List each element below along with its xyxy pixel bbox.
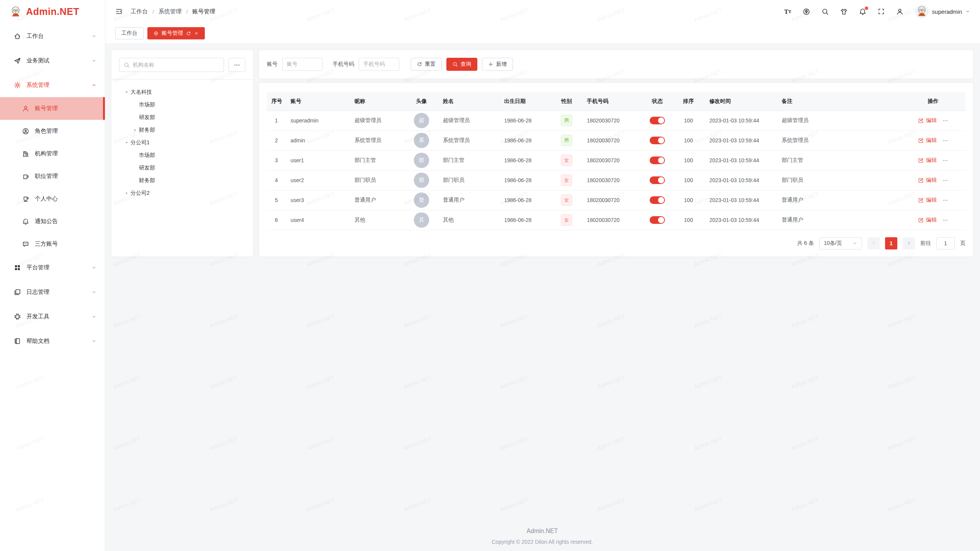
caret-right-icon[interactable] — [123, 191, 131, 196]
scrollbar-gutter-cell — [959, 210, 965, 230]
search-field-input-account[interactable]: 账号 — [282, 58, 323, 71]
status-toggle[interactable] — [650, 176, 665, 184]
notification-icon[interactable] — [859, 8, 866, 15]
chevron-down-icon — [91, 290, 96, 295]
caret-right-icon — [133, 128, 137, 132]
tree-node[interactable]: 财务部 — [119, 124, 245, 136]
table-row: 1superadmin超级管理员超超级管理员1986-06-28男1802003… — [267, 111, 965, 130]
tree-more-button[interactable] — [229, 58, 245, 72]
edit-button[interactable]: 编辑 — [918, 137, 937, 144]
send-icon — [14, 57, 21, 64]
sidebar-item-third-account[interactable]: 三方账号 — [0, 233, 105, 255]
sidebar-item-system[interactable]: 系统管理 — [0, 73, 105, 97]
api-user-icon[interactable] — [896, 8, 903, 15]
breadcrumb-item[interactable]: 账号管理 — [192, 8, 215, 15]
add-button[interactable]: 新增 — [482, 58, 513, 71]
search-icon[interactable] — [822, 8, 829, 15]
home-icon — [14, 33, 21, 40]
table-panel: 序号账号昵称头像姓名出生日期性别手机号码状态排序修改时间备注操作 1supera… — [259, 83, 973, 256]
chevron-down-icon — [91, 34, 96, 39]
org-search-input[interactable]: 机构名称 — [119, 58, 224, 72]
chevron-up-icon — [91, 83, 96, 88]
edit-icon — [918, 158, 924, 163]
sidebar-item-devtools[interactable]: 开发工具 — [0, 304, 105, 329]
edit-button[interactable]: 编辑 — [918, 117, 937, 124]
tree-node[interactable]: 市场部 — [119, 98, 245, 111]
remark-cell: 普通用户 — [777, 190, 907, 210]
more-actions-button[interactable] — [942, 138, 948, 143]
more-actions-button[interactable] — [942, 217, 948, 223]
chevron-down-icon — [853, 241, 858, 246]
tab-refresh-icon[interactable] — [186, 31, 191, 36]
breadcrumb-item[interactable]: 系统管理 — [158, 8, 181, 15]
status-toggle[interactable] — [650, 216, 665, 224]
caret-down-icon[interactable] — [123, 90, 131, 95]
caret-right-icon[interactable] — [131, 128, 139, 132]
time-cell: 2023-01-03 10:59:44 — [705, 111, 777, 130]
sidebar-item-position[interactable]: 职位管理 — [0, 165, 105, 187]
sidebar-item-account[interactable]: 账号管理 — [0, 97, 105, 120]
status-toggle[interactable] — [650, 196, 665, 204]
font-size-icon[interactable]: Tт — [784, 8, 791, 15]
edit-button[interactable]: 编辑 — [918, 217, 937, 223]
avatar: 超 — [414, 113, 429, 128]
tab-账号管理[interactable]: 账号管理 — [147, 27, 205, 39]
current-page-button[interactable]: 1 — [885, 237, 897, 249]
tree-node[interactable]: 研发部 — [119, 161, 245, 174]
goto-page-input[interactable]: 1 — [936, 237, 955, 249]
breadcrumb-item[interactable]: 工作台 — [131, 8, 148, 15]
edit-button[interactable]: 编辑 — [918, 157, 937, 164]
more-actions-button[interactable] — [942, 158, 948, 163]
chevron-down-icon — [91, 265, 96, 270]
tree-node[interactable]: 财务部 — [119, 174, 245, 187]
status-toggle[interactable] — [650, 117, 665, 124]
tree-node[interactable]: 研发部 — [119, 111, 245, 124]
prev-page-button[interactable] — [867, 237, 880, 249]
more-actions-button[interactable] — [942, 118, 948, 124]
query-button[interactable]: 查询 — [446, 58, 477, 71]
sidebar-item-profile[interactable]: 个人中心 — [0, 187, 105, 210]
tree-node[interactable]: 大名科技 — [119, 86, 245, 98]
user-menu[interactable]: superadmin — [915, 5, 970, 18]
fullscreen-icon[interactable] — [878, 8, 885, 15]
sidebar-item-org[interactable]: 机构管理 — [0, 142, 105, 165]
cards-row: 机构名称 大名科技市场部研发部财务部分公司1市场部研发部财务部分公司2 账号账号… — [111, 50, 973, 256]
chevron-down-icon — [91, 58, 96, 63]
position-icon — [22, 173, 29, 180]
theme-icon[interactable] — [840, 8, 848, 15]
status-toggle[interactable] — [650, 137, 665, 144]
language-icon[interactable] — [803, 8, 810, 15]
more-actions-button[interactable] — [942, 197, 948, 203]
org-icon — [22, 150, 29, 157]
edit-button[interactable]: 编辑 — [918, 177, 937, 184]
next-page-button[interactable] — [903, 237, 915, 249]
tab-工作台[interactable]: 工作台 — [115, 27, 144, 39]
sidebar-item-label: 开发工具 — [26, 313, 49, 320]
edit-label: 编辑 — [926, 157, 937, 164]
sidebar-item-docs[interactable]: 帮助文档 — [0, 329, 105, 353]
sort-cell: 100 — [672, 210, 705, 230]
time-cell: 2023-01-03 10:59:44 — [705, 150, 777, 170]
reset-button[interactable]: 重置 — [411, 58, 442, 71]
nick-cell: 部门主管 — [350, 150, 405, 170]
sidebar-item-role[interactable]: 角色管理 — [0, 120, 105, 142]
status-toggle[interactable] — [650, 156, 665, 164]
caret-down-icon[interactable] — [123, 140, 131, 145]
sidebar-item-workbench[interactable]: 工作台 — [0, 24, 105, 48]
sidebar-item-logs[interactable]: 日志管理 — [0, 280, 105, 304]
edit-button[interactable]: 编辑 — [918, 197, 937, 204]
sidebar-item-notice[interactable]: 通知公告 — [0, 210, 105, 233]
sort-cell: 100 — [672, 190, 705, 210]
tree-node[interactable]: 市场部 — [119, 149, 245, 161]
tree-node[interactable]: 分公司1 — [119, 136, 245, 149]
tree-node[interactable]: 分公司2 — [119, 187, 245, 199]
sidebar-item-platform[interactable]: 平台管理 — [0, 255, 105, 280]
search-field-input-phone[interactable]: 手机号码 — [359, 58, 399, 71]
sidebar-item-label: 角色管理 — [35, 127, 58, 135]
page-size-select[interactable]: 10条/页 — [819, 237, 862, 249]
sidebar-item-biz-test[interactable]: 业务测试 — [0, 48, 105, 73]
menu-fold-icon[interactable] — [115, 8, 123, 15]
sidebar-item-label: 机构管理 — [35, 150, 58, 157]
tab-close-icon[interactable] — [194, 31, 199, 36]
more-actions-button[interactable] — [942, 178, 948, 183]
